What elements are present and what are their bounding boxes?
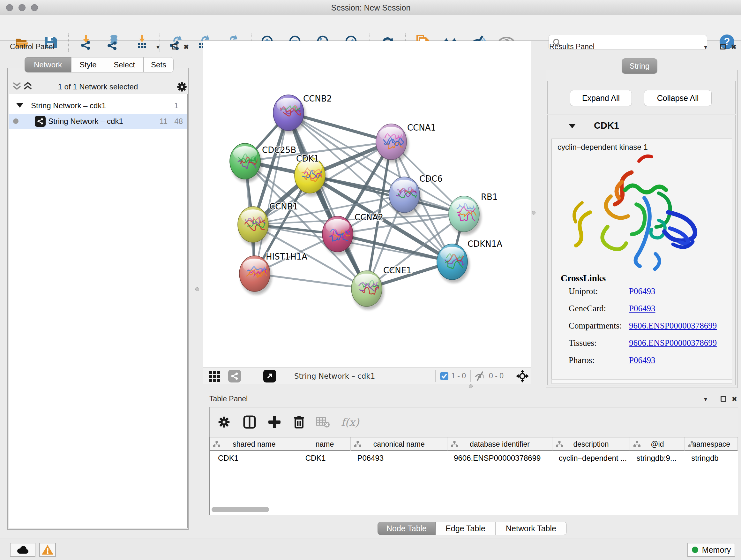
close-panel-icon[interactable]: ✖ xyxy=(184,44,189,50)
network-node-CCNE1[interactable] xyxy=(351,271,384,310)
network-edge-CCNB2-HIST1H1A[interactable] xyxy=(255,113,288,273)
table-cell[interactable]: P06493 xyxy=(351,451,448,465)
vertical-splitter-handle[interactable] xyxy=(195,287,199,291)
node-label-CCNA2: CCNA2 xyxy=(354,212,383,222)
column-header-canonical-name[interactable]: canonical name xyxy=(351,437,448,451)
tab-select[interactable]: Select xyxy=(105,57,144,72)
close-panel-icon[interactable]: ✖ xyxy=(731,44,737,50)
horizontal-splitter-handle[interactable] xyxy=(469,384,473,388)
crosslink-row: Tissues: 9606.ENSP00000378699 xyxy=(569,338,725,355)
table-cell[interactable]: 9606.ENSP00000378699 xyxy=(448,451,552,465)
delete-column-trash-icon[interactable] xyxy=(289,413,309,432)
node-label-CDC6: CDC6 xyxy=(419,174,443,184)
crosslink-compartments-link[interactable]: 9606.ENSP00000378699 xyxy=(629,321,717,331)
results-hscrollbar[interactable] xyxy=(551,379,732,384)
table-cell[interactable]: stringdb xyxy=(685,451,738,465)
column-header--id[interactable]: @id xyxy=(630,437,685,451)
network-collection-row[interactable]: String Network – cdk1 1 xyxy=(9,99,187,114)
tab-network-table[interactable]: Network Table xyxy=(495,522,567,535)
network-options-gear-icon[interactable] xyxy=(176,81,188,92)
network-node-HIST1H1A[interactable] xyxy=(239,256,272,295)
node-table: shared namenamecanonical namedatabase id… xyxy=(209,437,738,515)
cytoscape-window: Session: New Session xyxy=(0,0,741,560)
cloud-button[interactable] xyxy=(10,543,36,557)
node-label-RB1: RB1 xyxy=(481,192,497,202)
table-options-gear-icon[interactable] xyxy=(214,413,233,432)
tab-style[interactable]: Style xyxy=(71,57,105,72)
network-node-CCNB2[interactable] xyxy=(273,95,306,134)
collection-expander-icon[interactable] xyxy=(16,103,23,108)
control-panel-header: Control Panel ▾ ✖ xyxy=(3,41,189,54)
float-panel-icon[interactable] xyxy=(721,396,726,401)
panel-menu-icon[interactable]: ▾ xyxy=(704,396,707,402)
protein-section: CDK1 cyclin–dependent kinase 1 xyxy=(547,115,736,385)
table-hscrollbar[interactable] xyxy=(211,507,737,513)
network-row-selected[interactable]: String Network – cdk1 11 48 xyxy=(9,114,187,129)
column-header-shared-name[interactable]: shared name xyxy=(210,437,299,451)
toolbar-separator xyxy=(435,370,435,382)
warning-button[interactable] xyxy=(39,543,56,557)
crosslink-genecard-link[interactable]: P06493 xyxy=(629,304,656,314)
close-panel-icon[interactable]: ✖ xyxy=(732,396,737,402)
network-node-count: 11 xyxy=(159,117,167,126)
panel-menu-icon[interactable]: ▾ xyxy=(156,44,159,50)
protein-name: CDK1 xyxy=(594,120,619,131)
vertical-splitter-handle[interactable] xyxy=(532,211,536,214)
table-row[interactable]: CDK1CDK1P064939606.ENSP00000378699cyclin… xyxy=(210,451,738,465)
crosslink-row: Uniprot: P06493 xyxy=(569,287,725,304)
network-view-title: String Network – cdk1 xyxy=(294,368,375,384)
float-panel-icon[interactable] xyxy=(720,44,726,50)
crosslink-label: GeneCard: xyxy=(569,304,606,313)
collection-label: String Network – cdk1 xyxy=(31,101,106,110)
table-cell[interactable]: stringdb:9... xyxy=(630,451,685,465)
network-node-RB1[interactable] xyxy=(449,196,481,235)
delete-table-icon[interactable] xyxy=(313,413,333,432)
hscrollbar-thumb[interactable] xyxy=(212,507,269,512)
network-node-CCNA2[interactable] xyxy=(322,216,355,255)
results-panel-title: Results Panel xyxy=(549,43,595,51)
crosslink-pharos-link[interactable]: P06493 xyxy=(629,355,656,365)
show-columns-icon[interactable] xyxy=(240,413,259,432)
tab-string[interactable]: String xyxy=(622,58,657,74)
table-cell[interactable]: CDK1 xyxy=(210,451,299,465)
table-panel-title: Table Panel xyxy=(209,395,248,403)
grid-view-icon[interactable] xyxy=(208,368,222,384)
detach-view-icon[interactable] xyxy=(263,368,276,384)
birds-eye-view-icon[interactable] xyxy=(516,368,529,384)
network-view-toolbar: String Network – cdk1 1 - 0 0 - 0 xyxy=(203,367,531,384)
column-header-name[interactable]: name xyxy=(299,437,351,451)
network-type-icon xyxy=(35,116,46,127)
network-node-CDC6[interactable] xyxy=(389,177,421,216)
tab-node-table[interactable]: Node Table xyxy=(378,522,435,535)
column-header-database-identifier[interactable]: database identifier xyxy=(448,437,552,451)
network-node-CDKN1A[interactable] xyxy=(437,244,469,283)
crosslink-tissues-link[interactable]: 9606.ENSP00000378699 xyxy=(629,338,717,348)
column-header-label: shared name xyxy=(232,440,275,449)
network-canvas-svg[interactable]: CCNB2CCNA1CDC25BCDK1CDC6RB1CCNB1CCNA2CDK… xyxy=(203,41,531,367)
attribute-type-icon xyxy=(633,441,641,448)
protein-section-expander-icon[interactable] xyxy=(569,124,576,128)
selected-checkbox-icon[interactable] xyxy=(440,368,449,384)
crosslinks-title: CrossLinks xyxy=(561,273,606,284)
expand-all-button[interactable]: Expand All xyxy=(570,90,632,106)
tab-edge-table[interactable]: Edge Table xyxy=(435,522,495,535)
function-builder-icon[interactable]: f(x) xyxy=(337,413,363,432)
tab-sets[interactable]: Sets xyxy=(144,57,174,72)
node-label-CDKN1A: CDKN1A xyxy=(468,239,502,249)
table-cell[interactable]: cyclin–dependent ... xyxy=(552,451,630,465)
collapse-all-button[interactable]: Collapse All xyxy=(644,90,712,106)
memory-button[interactable]: Memory xyxy=(687,543,735,557)
collection-network-count: 1 xyxy=(174,101,179,110)
tab-network[interactable]: Network xyxy=(24,57,71,72)
crosslink-uniprot-link[interactable]: P06493 xyxy=(629,287,656,296)
add-column-icon[interactable] xyxy=(265,413,284,432)
column-header-description[interactable]: description xyxy=(552,437,630,451)
network-view-share-icon[interactable] xyxy=(228,368,241,384)
hidden-eye-slash-icon[interactable] xyxy=(475,368,486,384)
toolbar-separator xyxy=(251,370,251,382)
table-cell[interactable]: CDK1 xyxy=(299,451,351,465)
panel-menu-icon[interactable]: ▾ xyxy=(704,44,707,50)
float-panel-icon[interactable] xyxy=(172,44,178,50)
results-button-bar: Expand All Collapse All xyxy=(547,81,736,114)
column-header-namespace[interactable]: namespace xyxy=(685,437,738,451)
